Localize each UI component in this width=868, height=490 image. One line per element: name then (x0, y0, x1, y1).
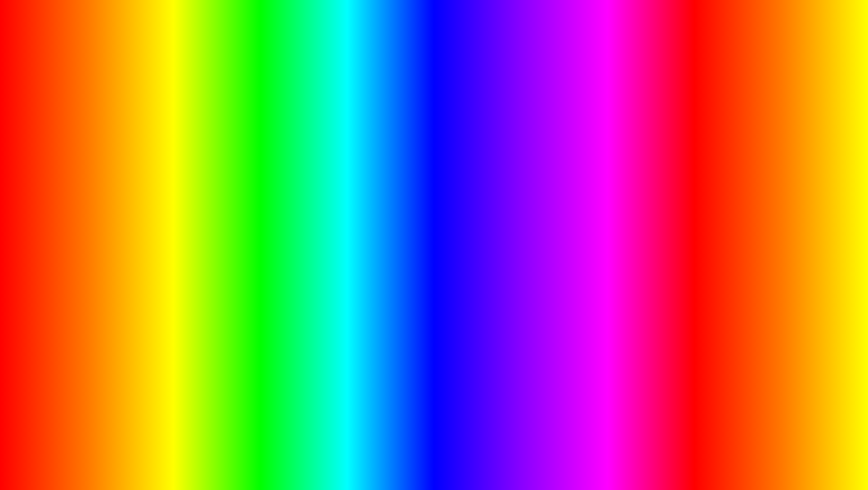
background: R A C E C L I C K ER WINS INSTANT WIN & … (8, 8, 860, 482)
map-teleport-arrow[interactable]: ▼ (473, 187, 479, 194)
panel-map-teleport: =========== Map Teleport : ▼ ▶ Redeem Co… (387, 165, 486, 247)
choose-egg-label: Choose Egg (519, 187, 552, 194)
title-e: E (285, 22, 349, 135)
title-r: R (77, 22, 147, 135)
row-auto-equip: Auto Equip ✓ (519, 218, 605, 227)
redeem-codes-label: Redeem Codes (408, 201, 454, 208)
bottom-pastebin: PASTEBIN (499, 412, 723, 464)
credits-label: Credits (394, 232, 417, 240)
panels-container: 🏆 Race Clicker Script ▼ Main ▼ Auto Race… (256, 165, 612, 249)
destroy-gui-label: DestroyGui (408, 217, 442, 224)
title-er: ER (658, 22, 791, 135)
trophy-icon: 🏆 (262, 170, 271, 179)
cursor-icon-1: ▶ (400, 201, 405, 208)
bottom-instant: INSTANT (35, 412, 227, 464)
title-c: C (216, 22, 285, 135)
title-a: A (147, 22, 216, 135)
slider-bar[interactable] (326, 200, 353, 203)
auto-race-delay-label: Auto Race Delay ( /s ) (263, 198, 320, 205)
auto-race-checkbox[interactable]: ✓ (345, 212, 353, 220)
row-auto-race: Auto Race ✓ (263, 212, 353, 220)
main-title: R A C E C L I C K ER (77, 22, 791, 135)
title-space (349, 22, 367, 135)
row-auto-race-delay: Auto Race Delay ( /s ) (263, 198, 353, 205)
bunny-icon: 🐰 (778, 401, 812, 428)
equals-bar-2: =========== (393, 169, 480, 176)
cursor-icon-2: ▶ (400, 217, 405, 224)
panel-race-clicker: 🏆 Race Clicker Script ▼ Main ▼ Auto Race… (256, 165, 360, 249)
thumbnail-inner: 0 WIN 🐰 99K WINS (746, 391, 843, 465)
credits-arrow[interactable]: ◄ (472, 232, 479, 240)
bottom-text: INSTANT WIN SCRIPT PASTEBIN (35, 412, 723, 464)
instant-win-badge: INSTANT WIN & EGG (651, 141, 753, 193)
title-ke: K (589, 22, 658, 135)
row-auto-rebirth: Auto Rebirth (263, 234, 353, 242)
row-auto-speed: Auto Speed ✓ (263, 223, 353, 231)
title-cl: C (367, 22, 436, 135)
map-teleport-row: Map Teleport : ▼ (394, 185, 479, 196)
panel-header-2: =========== (388, 167, 484, 181)
slider-fill (326, 200, 334, 203)
auto-hatch-checkbox[interactable] (597, 197, 605, 205)
row-auto-craft: Auto Craft ✓ (519, 208, 605, 216)
section-main: Main ▼ (263, 187, 353, 194)
panel-body-2: Map Teleport : ▼ ▶ Redeem Codes ▶ Destro… (388, 181, 484, 245)
green-line (263, 207, 353, 209)
panel-header-3: ===== (514, 167, 610, 181)
auto-craft-label: Auto Craft (519, 209, 546, 215)
destroy-gui-button[interactable]: ▶ DestroyGui (394, 214, 479, 228)
auto-rebirth-checkbox[interactable] (345, 234, 353, 242)
title-ic: I (494, 22, 519, 135)
auto-equip-checkbox[interactable]: ✓ (597, 218, 605, 227)
auto-race-label: Auto Race (263, 213, 291, 220)
auto-hatch-label: Auto Hatch (519, 198, 548, 205)
slider-container (326, 200, 353, 203)
wins-text: WINS (328, 308, 540, 401)
title-li: L (436, 22, 494, 135)
thumbnail-image: 0 WIN 🐰 99K WINS (745, 390, 844, 466)
thumbnail-wins-label: WINS (782, 444, 807, 456)
auto-speed-label: Auto Speed (263, 224, 294, 231)
panel-title-1: Race Clicker Script (275, 171, 345, 178)
map-teleport-label: Map Teleport : (394, 187, 433, 194)
credits-row: Credits ◄ (394, 231, 479, 242)
thumbnail-0win: 0 WIN (819, 394, 840, 402)
panel-header-1: 🏆 Race Clicker Script ▼ (258, 167, 358, 183)
redeem-codes-button[interactable]: ▶ Redeem Codes (394, 197, 479, 212)
auto-equip-label: Auto Equip (519, 219, 548, 226)
bottom-script: SCRIPT (327, 412, 492, 464)
auto-rebirth-label: Auto Rebirth (263, 235, 295, 241)
main-container: R A C E C L I C K ER WINS INSTANT WIN & … (0, 0, 868, 490)
title-ck: C (519, 22, 589, 135)
row-auto-hatch: Auto Hatch (519, 197, 605, 205)
bottom-win: WIN (233, 412, 321, 464)
panel-body-1: Main ▼ Auto Race Delay ( /s ) (258, 183, 358, 248)
section-main-label: Main (263, 187, 278, 194)
badge-line1: INSTANT (662, 149, 741, 169)
panel-dropdown-arrow-1[interactable]: ▼ (349, 172, 354, 178)
panel-body-3: Choose Egg Auto Hatch Auto Craft ✓ Auto (514, 181, 610, 233)
auto-speed-checkbox[interactable]: ✓ (345, 223, 353, 231)
row-choose-egg: Choose Egg (519, 187, 605, 194)
badge-line2: WIN & EGG (663, 166, 742, 186)
panel-egg: ===== Choose Egg Auto Hatch Auto Craft (513, 165, 612, 234)
auto-craft-checkbox[interactable]: ✓ (597, 208, 605, 216)
section-arrow[interactable]: ▼ (346, 187, 353, 194)
equals-bar-3: ===== (519, 169, 606, 176)
thumbnail-99k: 99K (782, 428, 808, 444)
